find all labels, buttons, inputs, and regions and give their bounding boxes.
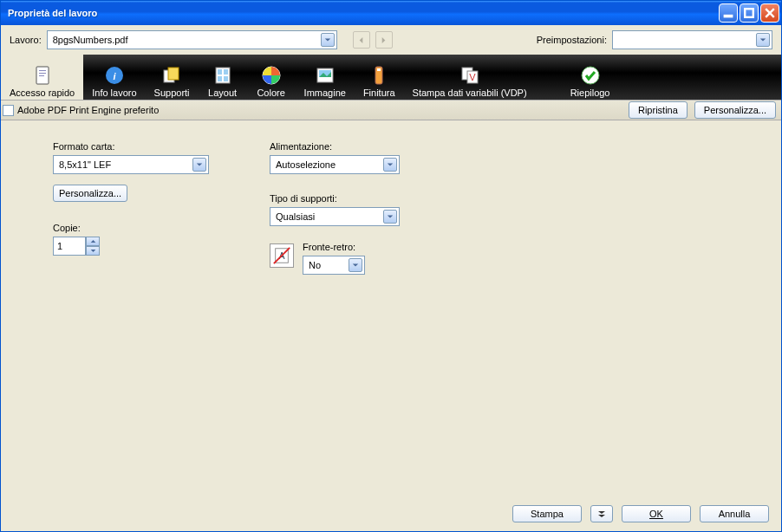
- minimize-button[interactable]: [719, 3, 738, 23]
- svg-rect-14: [224, 69, 228, 75]
- media-icon: [161, 65, 182, 86]
- copie-spinner[interactable]: 1: [53, 237, 209, 256]
- personalizza-header-button[interactable]: Personalizza...: [694, 101, 776, 119]
- stampa-dropdown-button[interactable]: [590, 505, 613, 522]
- adobe-pref-label: Adobe PDF Print Engine preferito: [17, 105, 159, 115]
- window: Proprietà del lavoro Lavoro: 8pgsNumbers…: [0, 0, 782, 532]
- chevron-down-icon: [321, 33, 335, 47]
- lavoro-combo[interactable]: 8pgsNumbers.pdf: [47, 30, 337, 49]
- window-controls: [719, 3, 779, 23]
- stampa-button[interactable]: Stampa: [512, 505, 582, 522]
- chevron-down-icon: [349, 258, 362, 272]
- svg-rect-6: [39, 73, 46, 74]
- footer: Stampa OK Annulla: [1, 496, 781, 531]
- fronte-combo[interactable]: No: [303, 256, 365, 275]
- ok-button[interactable]: OK: [622, 505, 691, 522]
- right-column: Alimentazione: Autoselezione Tipo di sup…: [270, 138, 400, 275]
- svg-rect-7: [39, 75, 44, 76]
- svg-rect-13: [218, 69, 222, 75]
- annulla-button[interactable]: Annulla: [700, 505, 769, 522]
- tab-finitura[interactable]: Finitura: [355, 55, 404, 100]
- finishing-icon: [368, 65, 389, 86]
- svg-rect-1: [745, 9, 753, 17]
- preset-label: Preimpostazioni:: [537, 35, 607, 45]
- content-area: Formato carta: 8,5x11" LEF Personalizza.…: [1, 120, 781, 496]
- chevron-down-icon: [756, 33, 770, 47]
- copie-label: Copie:: [53, 223, 209, 233]
- image-icon: [315, 65, 336, 86]
- next-button[interactable]: [375, 31, 393, 49]
- tipo-label: Tipo di supporti:: [270, 193, 400, 204]
- spin-down-icon[interactable]: [86, 246, 100, 256]
- alim-label: Alimentazione:: [270, 141, 400, 152]
- spin-up-icon[interactable]: [86, 237, 100, 246]
- preset-combo[interactable]: [612, 30, 772, 49]
- sub-header: Adobe PDF Print Engine preferito Riprist…: [1, 100, 781, 120]
- svg-rect-5: [39, 70, 46, 71]
- tab-colore[interactable]: Colore: [247, 55, 296, 100]
- svg-rect-11: [168, 68, 179, 80]
- tab-supporti[interactable]: Supporti: [146, 55, 199, 100]
- svg-rect-0: [724, 15, 733, 16]
- summary-icon: [580, 65, 601, 86]
- prev-button[interactable]: [353, 31, 370, 49]
- svg-text:V: V: [469, 72, 476, 82]
- color-icon: [261, 65, 282, 86]
- window-title: Proprietà del lavoro: [8, 8, 719, 18]
- tipo-combo[interactable]: Qualsiasi: [270, 207, 400, 226]
- fronte-label: Fronte-retro:: [303, 242, 365, 252]
- top-bar: Lavoro: 8pgsNumbers.pdf Preimpostazioni:: [1, 25, 781, 55]
- close-button[interactable]: [760, 3, 779, 23]
- chevron-down-icon: [383, 158, 397, 172]
- svg-rect-16: [224, 76, 228, 81]
- svg-rect-15: [218, 76, 222, 81]
- adobe-pref-checkbox[interactable]: [3, 105, 14, 116]
- ribbon-tabs: Accesso rapido i Info lavoro Supporti La…: [1, 55, 781, 100]
- vdp-icon: V: [459, 65, 480, 86]
- chevron-down-icon: [383, 210, 397, 224]
- info-icon: i: [104, 65, 125, 86]
- document-icon: [32, 65, 53, 86]
- maximize-button[interactable]: [740, 3, 759, 23]
- title-bar: Proprietà del lavoro: [1, 1, 781, 25]
- lavoro-value: 8pgsNumbers.pdf: [53, 35, 321, 45]
- formato-combo[interactable]: 8,5x11" LEF: [53, 155, 209, 174]
- tab-accesso-rapido[interactable]: Accesso rapido: [1, 55, 83, 100]
- lavoro-label: Lavoro:: [10, 35, 42, 45]
- layout-icon: [212, 65, 233, 86]
- ripristina-button[interactable]: Ripristina: [629, 101, 688, 119]
- alim-combo[interactable]: Autoselezione: [270, 155, 400, 174]
- svg-rect-21: [377, 68, 381, 71]
- chevron-down-icon: [192, 158, 206, 172]
- fronte-retro-icon: A: [270, 243, 294, 268]
- tab-riepilogo[interactable]: Riepilogo: [562, 55, 619, 100]
- personalizza-formato-button[interactable]: Personalizza...: [53, 185, 127, 202]
- tab-layout[interactable]: Layout: [199, 55, 247, 100]
- tab-info-lavoro[interactable]: i Info lavoro: [83, 55, 145, 100]
- left-column: Formato carta: 8,5x11" LEF Personalizza.…: [53, 138, 209, 275]
- copie-value: 1: [57, 241, 62, 251]
- tab-immagine[interactable]: Immagine: [296, 55, 355, 100]
- formato-label: Formato carta:: [53, 141, 209, 152]
- tab-vdp[interactable]: V Stampa dati variabili (VDP): [404, 55, 536, 100]
